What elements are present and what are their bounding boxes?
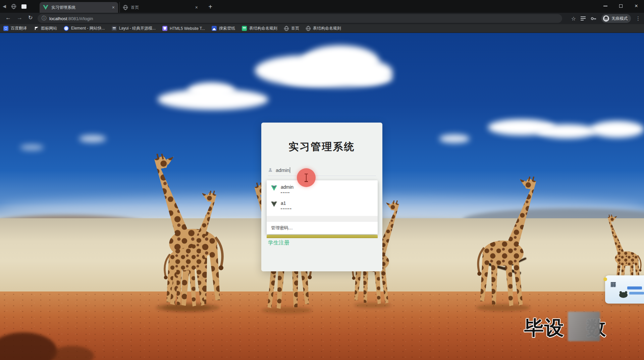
tab-close-icon[interactable]: × (112, 5, 115, 10)
contact-sticker (605, 275, 644, 304)
element-favicon-icon (64, 26, 69, 31)
tab-close-icon[interactable]: × (195, 5, 198, 10)
autofill-username: a1 (281, 200, 292, 206)
browser-toolbar: ← → ↻ ⓘ localhost:8081/#/login ☆ 无痕模式 ⋮ (0, 13, 644, 24)
back-button[interactable]: ← (5, 14, 11, 21)
reload-button[interactable]: ↻ (28, 14, 33, 21)
login-title: 实习管理系统 (261, 140, 382, 154)
autofill-password-dots: ••••• (281, 191, 293, 194)
bookmark-element[interactable]: Element - 网站快... (64, 26, 105, 31)
password-key-icon[interactable] (590, 15, 597, 22)
url-path: :8081/#/login (67, 16, 93, 21)
bookmark-wallpaper-search[interactable]: 搜索壁纸 (212, 26, 235, 31)
browser-window: ◀ 实习管理系统 × 首页 × + × ← → ↻ ⓘ localhost:80… (0, 0, 644, 360)
autofill-password-dots: •••••• (281, 207, 292, 211)
bookmark-html5-templates[interactable]: HTML5 Website T... (162, 26, 205, 31)
url-host: localhost (49, 16, 67, 21)
layui-favicon-icon (112, 26, 117, 31)
autofill-username: admin (281, 184, 293, 190)
globe-favicon-icon (284, 26, 289, 31)
sticker-text-line (627, 286, 642, 289)
bookmark-layui[interactable]: Layui - 经典开源模... (112, 26, 156, 31)
student-register-link[interactable]: 学生注册 (268, 239, 289, 246)
vue-favicon-icon (271, 185, 277, 191)
bookmark-baidu-translate[interactable]: 百度翻译 (3, 26, 27, 31)
panda-icon (619, 292, 628, 298)
minimize-button[interactable] (598, 0, 613, 12)
menu-dots-icon[interactable]: ⋮ (636, 15, 641, 21)
text-cursor-icon (306, 174, 307, 181)
window-close-button[interactable]: × (629, 0, 644, 12)
username-value: admin (276, 167, 289, 173)
cursor-highlight (297, 168, 316, 187)
globe-favicon-icon (123, 5, 128, 10)
watermark-text: 毕设 (524, 315, 565, 341)
wallpaper-favicon-icon (212, 26, 217, 31)
window-square-icon[interactable] (21, 4, 26, 9)
bookmark-table-naming-2[interactable]: 表结构命名规则 (306, 26, 341, 31)
login-card: 实习管理系统 admin admin ••••• a1 •••••• (261, 123, 382, 271)
text-caret (290, 167, 290, 173)
login-button[interactable] (267, 235, 378, 238)
site-info-icon[interactable]: ⓘ (42, 15, 46, 21)
incognito-badge[interactable]: 无痕模式 (601, 14, 631, 23)
baidu-favicon-icon (3, 26, 8, 31)
vue-logo-icon (43, 5, 48, 10)
tab-title: 首页 (131, 5, 193, 10)
user-icon (268, 168, 273, 172)
new-tab-button[interactable]: + (206, 3, 215, 11)
flag-favicon-icon (34, 26, 39, 31)
tab-strip: ◀ 实习管理系统 × 首页 × + × (0, 0, 644, 13)
login-page-background: 实习管理系统 admin admin ••••• a1 •••••• (0, 33, 644, 360)
qr-grid-icon (611, 282, 616, 287)
green-favicon-icon (242, 26, 247, 31)
bookmark-home[interactable]: 首页 (284, 26, 299, 31)
autofill-entry[interactable]: admin ••••• (267, 183, 378, 198)
media-back-icon[interactable]: ◀ (3, 3, 6, 10)
bookmark-table-naming[interactable]: 表结构命名规则 (242, 26, 277, 31)
incognito-icon (603, 15, 609, 22)
globe-favicon-icon (306, 26, 311, 31)
maximize-button[interactable] (613, 0, 629, 12)
bookmark-icon-site[interactable]: 图标网站 (34, 26, 57, 31)
bookmark-star-icon[interactable]: ☆ (571, 15, 576, 22)
autofill-dropdown: admin ••••• a1 •••••• 管理密码… (267, 180, 378, 234)
html5-favicon-icon (162, 26, 167, 31)
watermark-blur-box (568, 312, 600, 341)
autofill-entry[interactable]: a1 •••••• (267, 199, 378, 214)
username-input[interactable]: admin (268, 164, 376, 176)
globe-icon[interactable] (11, 4, 16, 9)
tab-home[interactable]: 首页 × (119, 2, 201, 13)
manage-passwords-link[interactable]: 管理密码… (267, 221, 378, 234)
incognito-label: 无痕模式 (611, 16, 628, 21)
autofill-separator (267, 216, 378, 221)
tab-title: 实习管理系统 (51, 5, 109, 10)
forward-button[interactable]: → (17, 14, 22, 21)
vue-favicon-dark-icon (271, 201, 277, 207)
bookmarks-bar: 百度翻译 图标网站 Element - 网站快... Layui - 经典开源模… (0, 24, 644, 33)
address-bar[interactable]: ⓘ localhost:8081/#/login (38, 14, 562, 23)
tab-internship-system[interactable]: 实习管理系统 × (40, 2, 118, 13)
sticker-text-line (629, 292, 644, 295)
sticker-dot (603, 277, 607, 281)
reading-list-icon[interactable] (581, 16, 586, 20)
url-text: localhost:8081/#/login (49, 16, 93, 21)
